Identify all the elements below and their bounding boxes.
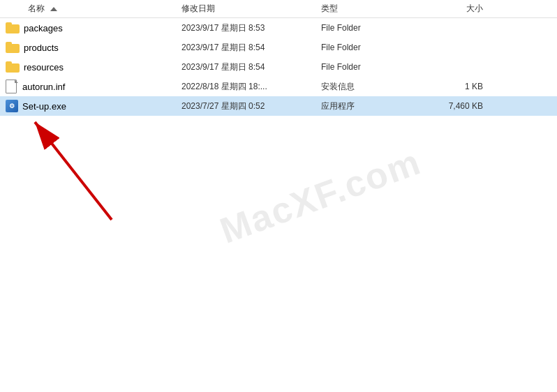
table-row[interactable]: autorun.inf 2022/8/18 星期四 18:... 安装信息 1 …: [0, 77, 557, 96]
col-date-label: 修改日期: [181, 3, 215, 13]
file-type-cell: File Folder: [321, 23, 419, 33]
file-name-cell: packages: [0, 22, 181, 33]
col-header-size[interactable]: 大小: [419, 3, 489, 15]
table-row[interactable]: packages 2023/9/17 星期日 8:53 File Folder: [0, 18, 557, 38]
sort-ascending-icon: [50, 7, 57, 11]
file-list: packages 2023/9/17 星期日 8:53 File Folder …: [0, 18, 557, 392]
file-date-cell: 2023/9/17 星期日 8:54: [181, 61, 321, 73]
file-size-cell: 7,460 KB: [419, 101, 489, 111]
file-name-cell: products: [0, 42, 181, 53]
folder-icon: [6, 61, 20, 73]
file-type-cell: File Folder: [321, 43, 419, 52]
exe-file-icon: ⚙: [6, 100, 18, 112]
file-name-text: packages: [24, 23, 63, 33]
column-headers: 名称 修改日期 类型 大小: [0, 0, 557, 18]
file-name-text: autorun.inf: [22, 82, 65, 92]
file-type-cell: 应用程序: [321, 100, 419, 112]
table-row[interactable]: resources 2023/9/17 星期日 8:54 File Folder: [0, 57, 557, 77]
col-header-name[interactable]: 名称: [0, 3, 181, 15]
col-header-date[interactable]: 修改日期: [181, 3, 321, 15]
file-name-cell: ⚙ Set-up.exe: [0, 100, 181, 112]
file-type-cell: File Folder: [321, 62, 419, 72]
file-name-text: resources: [24, 62, 64, 73]
file-name-cell: autorun.inf: [0, 80, 181, 93]
table-row[interactable]: ⚙ Set-up.exe 2023/7/27 星期四 0:52 应用程序 7,4…: [0, 96, 557, 116]
file-date-cell: 2022/8/18 星期四 18:...: [181, 81, 321, 93]
folder-icon: [6, 42, 20, 53]
file-size-cell: 1 KB: [419, 82, 489, 91]
file-date-cell: 2023/9/17 星期日 8:53: [181, 22, 321, 34]
col-size-label: 大小: [466, 3, 483, 13]
file-name-cell: resources: [0, 61, 181, 73]
file-type-cell: 安装信息: [321, 81, 419, 93]
folder-icon: [6, 22, 20, 33]
col-type-label: 类型: [321, 3, 338, 13]
inf-file-icon: [6, 80, 18, 93]
table-row[interactable]: products 2023/9/17 星期日 8:54 File Folder: [0, 38, 557, 57]
file-name-text: products: [24, 43, 59, 53]
file-date-cell: 2023/7/27 星期四 0:52: [181, 100, 321, 112]
col-header-type[interactable]: 类型: [321, 3, 419, 15]
file-explorer: 名称 修改日期 类型 大小 packages 2023/9/17 星期日 8:5…: [0, 0, 557, 392]
file-name-text: Set-up.exe: [22, 101, 66, 112]
col-name-label: 名称: [28, 3, 45, 15]
file-date-cell: 2023/9/17 星期日 8:54: [181, 42, 321, 54]
